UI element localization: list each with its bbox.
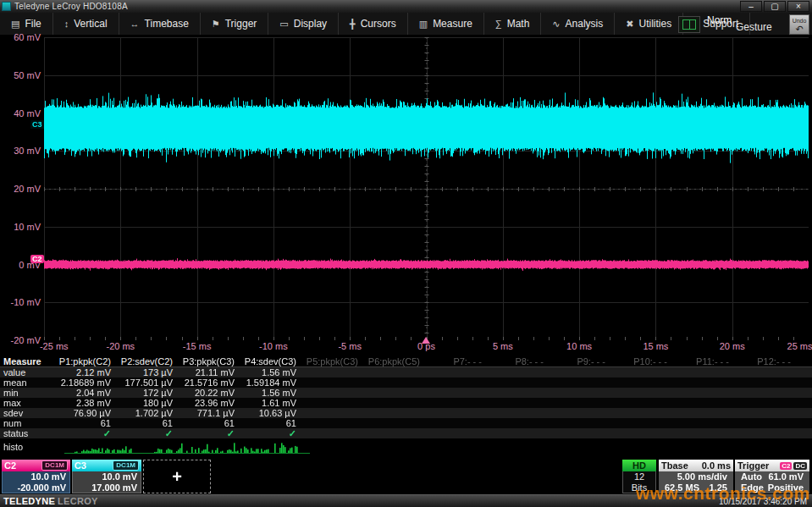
measure-param-header[interactable]: P3:pkpk(C3) <box>178 356 240 366</box>
measure-param-header[interactable]: P1:pkpk(C2) <box>54 356 116 366</box>
menu-item-display[interactable]: ▭Display <box>268 13 339 35</box>
measure-cell-value <box>549 367 610 377</box>
gesture-button[interactable]: Gesture <box>736 21 772 33</box>
measure-cell-mean <box>672 377 734 388</box>
histogram-sparklines <box>54 439 812 455</box>
measure-cell-sdev <box>672 408 734 418</box>
measure-param-header[interactable]: P11:- - - <box>672 356 734 366</box>
measure-cell-value: 1.56 mV <box>240 367 301 377</box>
c3-scale: 10.0 mV <box>76 471 137 482</box>
x-tick-label: -25 ms <box>40 341 69 351</box>
trigger-descriptor[interactable]: Trigger C2 DC Auto 61.0 mV Edge Positive <box>735 460 809 493</box>
tbase-label: Tbase <box>661 460 688 471</box>
measure-cell-min <box>610 388 672 398</box>
x-tick-label: 10 ms <box>566 341 592 351</box>
menu-item-vertical[interactable]: ↕Vertical <box>53 13 119 35</box>
hd-label: HD <box>622 460 656 471</box>
measure-cell-max: 2.38 mV <box>54 398 116 408</box>
measure-param-header[interactable]: P5:pkpk(C3) <box>301 356 363 366</box>
measure-cell-mean: 21.5716 mV <box>178 377 240 388</box>
measure-cell-num <box>301 418 363 428</box>
measure-cell-value: 21.11 mV <box>178 367 240 377</box>
histo-row: histo <box>0 438 812 455</box>
menu-item-label: File <box>25 18 41 30</box>
trigger-source-badge: C2 <box>780 462 792 470</box>
measure-param-header[interactable]: P2:sdev(C2) <box>116 356 178 366</box>
c2-offset: -20.000 mV <box>6 482 66 493</box>
trigger-time-marker[interactable] <box>422 337 430 344</box>
norm-mode-label[interactable]: Norm <box>707 14 732 26</box>
measure-cell-value <box>672 367 734 377</box>
measure-cell-max <box>610 398 672 408</box>
menu-item-measure[interactable]: ▥Measure <box>408 13 484 35</box>
measure-cell-num: 61 <box>54 418 116 428</box>
measure-cell-status <box>549 428 610 438</box>
measure-cell-max <box>549 398 610 408</box>
measure-row-label: status <box>0 428 54 438</box>
measure-cell-status <box>734 428 796 438</box>
close-button[interactable]: × <box>787 1 809 12</box>
app-icon <box>2 2 11 11</box>
c3-coupling-badge: DC1M <box>113 460 139 471</box>
measure-cell-status <box>487 428 549 438</box>
measure-cell-max: 23.96 mV <box>178 398 240 408</box>
channel-descriptor-c2[interactable]: C2 DC1M 10.0 mV -20.000 mV <box>2 460 70 493</box>
measure-cell-max <box>425 398 487 408</box>
y-tick-label: 10 mV <box>0 222 41 232</box>
measure-cell-value <box>487 367 549 377</box>
measure-param-header[interactable]: P7:- - - <box>425 356 487 366</box>
tbase-delay: 0.0 ms <box>702 460 731 471</box>
restore-button[interactable]: ▢ <box>764 1 786 12</box>
channel-descriptor-c3[interactable]: C3 DC1M 10.0 mV 17.000 mV <box>72 460 141 493</box>
measure-cell-value <box>734 367 796 377</box>
measure-param-header[interactable]: P9:- - - <box>549 356 610 366</box>
measure-cell-sdev <box>734 408 796 418</box>
measure-cell-min <box>363 388 425 398</box>
measure-param-header[interactable]: P8:- - - <box>487 356 549 366</box>
trigger-level: 61.0 mV <box>768 471 804 482</box>
measure-cell-min <box>672 388 734 398</box>
timebase-descriptor[interactable]: Tbase 0.0 ms 5.00 ms/div 62.5 MS 1.25 <box>659 460 733 493</box>
histo-row-label: histo <box>0 442 54 452</box>
math-icon: ∑ <box>495 19 502 29</box>
measure-cell-sdev <box>487 408 549 418</box>
measure-cell-min <box>549 388 610 398</box>
measure-table: MeasureP1:pkpk(C2)P2:sdev(C2)P3:pkpk(C3)… <box>0 356 812 455</box>
c2-coupling-badge: DC1M <box>41 460 68 471</box>
measure-param-header[interactable]: P4:sdev(C3) <box>240 356 301 366</box>
menu-item-trigger[interactable]: ⚑Trigger <box>201 13 268 35</box>
add-trace-button[interactable]: + <box>143 460 211 493</box>
measure-param-header[interactable]: P6:pkpk(C5) <box>363 356 425 366</box>
oscilloscope-app: Teledyne LeCroy HDO8108A – ▢ × ▤File↕Ver… <box>0 0 812 507</box>
measure-param-header[interactable]: P12:- - - <box>734 356 796 366</box>
measure-cell-status: ✓ <box>240 428 301 438</box>
trigger-type: Edge <box>741 482 764 493</box>
menu-item-utilities[interactable]: ✖Utilities <box>615 13 683 35</box>
menu-item-analysis[interactable]: ∿Analysis <box>541 13 615 35</box>
menu-item-label: Math <box>507 18 530 30</box>
title-bar: Teledyne LeCroy HDO8108A – ▢ × <box>0 0 812 13</box>
y-tick-label: 50 mV <box>0 70 41 80</box>
menu-item-math[interactable]: ∑Math <box>484 13 542 35</box>
hd-mode-box[interactable]: HD 12 Bits <box>622 460 656 493</box>
trigger-mode: Auto <box>741 471 762 482</box>
waveform-canvas[interactable] <box>44 37 809 340</box>
x-tick-label: 25 ms <box>787 341 812 351</box>
c3-offset: 17.000 mV <box>76 482 137 493</box>
menu-item-timebase[interactable]: ↔Timebase <box>119 13 201 35</box>
x-tick-label: -15 ms <box>183 341 212 351</box>
channel-marker-c2[interactable]: C2 <box>30 255 44 263</box>
measure-row-max: max2.38 mV180 µV23.96 mV1.61 mV <box>0 398 812 408</box>
measure-param-header[interactable]: P10:- - - <box>610 356 672 366</box>
measure-cell-mean: 177.501 µV <box>116 377 178 388</box>
minimize-button[interactable]: – <box>740 1 762 12</box>
measure-cell-sdev <box>610 408 672 418</box>
y-tick-label: 40 mV <box>0 108 41 118</box>
trigger-coupling-badge: DC <box>793 462 807 470</box>
channel-marker-c3[interactable]: C3 <box>30 120 47 129</box>
undo-button[interactable]: Undo ↶ <box>789 14 809 35</box>
grid-display-button[interactable] <box>678 16 700 33</box>
tbase-samples: 62.5 MS <box>665 482 699 493</box>
descriptor-row: C2 DC1M 10.0 mV -20.000 mV C3 DC1M 10.0 … <box>0 460 812 493</box>
menu-item-cursors[interactable]: ╋Cursors <box>339 13 408 35</box>
